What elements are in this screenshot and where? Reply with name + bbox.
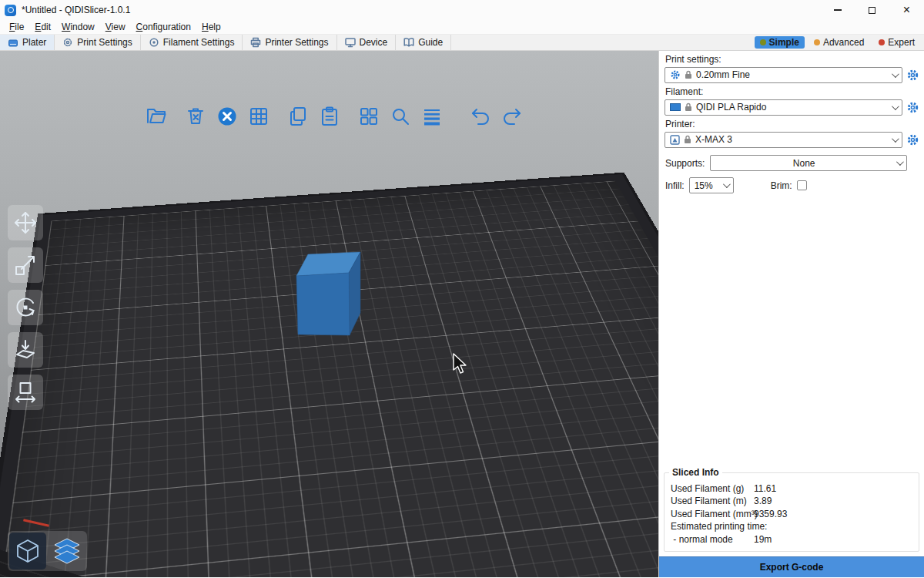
- sliced-info-title: Sliced Info: [669, 467, 722, 478]
- mode-expert[interactable]: Expert: [873, 36, 920, 49]
- advanced-mode-dot-icon: [814, 39, 820, 45]
- printer-value: X-MAX 3: [695, 134, 888, 145]
- menu-configuration[interactable]: Configuration: [131, 21, 196, 33]
- filament-icon: [149, 37, 159, 48]
- filament-color-swatch: [670, 103, 681, 111]
- paste-icon: [319, 106, 340, 127]
- printer-combo[interactable]: X-MAX 3: [665, 132, 902, 148]
- measure-icon: [14, 381, 37, 404]
- infill-combo[interactable]: 15%: [689, 177, 734, 193]
- menu-file[interactable]: File: [4, 21, 29, 33]
- gear-icon: [906, 69, 919, 82]
- filament-gear-button[interactable]: [902, 99, 922, 116]
- app-logo-icon: [5, 5, 16, 16]
- titlebar: *Untitled - QIDISlicer-1.0.1 ×: [0, 0, 924, 20]
- tab-plater[interactable]: Plater: [0, 35, 55, 50]
- print-settings-gear-button[interactable]: [902, 66, 922, 83]
- guide-icon: [403, 37, 414, 48]
- supports-combo[interactable]: None: [710, 155, 907, 171]
- scale-icon: [14, 254, 37, 277]
- sliced-info-panel: Sliced Info Used Filament (g) 11.61 Used…: [664, 472, 919, 552]
- redo-button[interactable]: [499, 103, 525, 129]
- chevron-down-icon: [892, 135, 899, 143]
- gear-icon: [906, 133, 919, 146]
- editor-3d-icon: [15, 538, 41, 564]
- split-button[interactable]: [356, 103, 382, 129]
- move-button[interactable]: [8, 205, 43, 240]
- measure-button[interactable]: [8, 375, 43, 410]
- mode-advanced[interactable]: Advanced: [808, 36, 869, 49]
- tab-printer-settings[interactable]: Printer Settings: [243, 35, 336, 50]
- menu-window[interactable]: Window: [56, 21, 100, 33]
- top-toolbar: [143, 103, 525, 129]
- print-settings-label: Print settings:: [659, 51, 924, 66]
- open-button[interactable]: [143, 103, 169, 129]
- tab-label: Filament Settings: [163, 37, 235, 48]
- print-bed: [0, 174, 658, 577]
- printer-gear-button[interactable]: [902, 131, 922, 148]
- maximize-button[interactable]: [855, 0, 889, 20]
- simple-mode-dot-icon: [760, 39, 766, 45]
- export-gcode-button[interactable]: Export G-code: [659, 556, 924, 577]
- right-sidebar: Print settings: 0.20mm Fine: [658, 51, 924, 577]
- rotate-icon: [14, 296, 37, 319]
- search-icon: [390, 106, 411, 127]
- maximize-icon: [869, 7, 875, 14]
- redo-icon: [500, 105, 524, 128]
- place-on-face-button[interactable]: [8, 332, 43, 368]
- tab-label: Printer Settings: [265, 37, 328, 48]
- close-icon: ×: [903, 4, 910, 16]
- tab-label: Device: [360, 37, 388, 48]
- rotate-button[interactable]: [8, 290, 43, 325]
- delete-button[interactable]: [182, 103, 209, 129]
- chevron-down-icon: [723, 180, 731, 188]
- editor-3d-view-button[interactable]: [9, 533, 46, 570]
- open-icon: [146, 106, 167, 127]
- delete-all-icon: [216, 106, 238, 127]
- paste-button[interactable]: [316, 103, 343, 129]
- lock-icon: [685, 102, 692, 112]
- place-on-face-icon: [14, 338, 37, 361]
- delete-icon: [185, 106, 206, 127]
- menu-view[interactable]: View: [100, 21, 131, 33]
- menubar: File Edit Window View Configuration Help: [0, 20, 924, 35]
- sliced-info-row: Used Filament (mm³) 9359.93: [671, 509, 912, 519]
- undo-icon: [469, 105, 492, 128]
- mouse-cursor: [453, 353, 468, 376]
- tab-filament-settings[interactable]: Filament Settings: [141, 35, 243, 50]
- sliced-info-row: Estimated printing time:: [671, 521, 912, 532]
- print-settings-value: 0.20mm Fine: [696, 69, 888, 80]
- tab-print-settings[interactable]: Print Settings: [55, 35, 140, 50]
- copy-button[interactable]: [285, 103, 311, 129]
- infill-label: Infill:: [665, 180, 685, 191]
- model-cube[interactable]: [293, 245, 367, 341]
- sliced-info-row: Used Filament (g) 11.61: [671, 483, 912, 494]
- supports-value: None: [715, 158, 892, 169]
- delete-all-button[interactable]: [214, 103, 240, 129]
- mode-simple[interactable]: Simple: [755, 36, 805, 49]
- close-button[interactable]: ×: [889, 0, 924, 20]
- plater-icon: [8, 37, 18, 48]
- printer-label: Printer:: [659, 116, 924, 131]
- minimize-button[interactable]: [820, 0, 855, 20]
- variable-layer-height-button[interactable]: [419, 103, 445, 129]
- gear-icon: [670, 69, 681, 80]
- tab-device[interactable]: Device: [337, 35, 397, 50]
- search-button[interactable]: [387, 103, 413, 129]
- undo-button[interactable]: [467, 103, 494, 129]
- preview-layers-button[interactable]: [49, 533, 85, 570]
- arrange-button[interactable]: [246, 103, 272, 129]
- tab-label: Print Settings: [77, 37, 132, 48]
- scale-button[interactable]: [8, 247, 43, 283]
- menu-edit[interactable]: Edit: [29, 21, 56, 33]
- tab-guide[interactable]: Guide: [396, 35, 451, 50]
- menu-help[interactable]: Help: [196, 21, 226, 33]
- brim-checkbox[interactable]: [797, 180, 807, 190]
- print-settings-combo[interactable]: 0.20mm Fine: [665, 67, 902, 83]
- preview-layers-icon: [53, 537, 81, 565]
- minimize-icon: [834, 9, 842, 10]
- tab-label: Plater: [22, 37, 46, 48]
- supports-label: Supports:: [665, 158, 705, 169]
- filament-combo[interactable]: QIDI PLA Rapido: [665, 99, 902, 116]
- viewport-3d[interactable]: [0, 51, 658, 577]
